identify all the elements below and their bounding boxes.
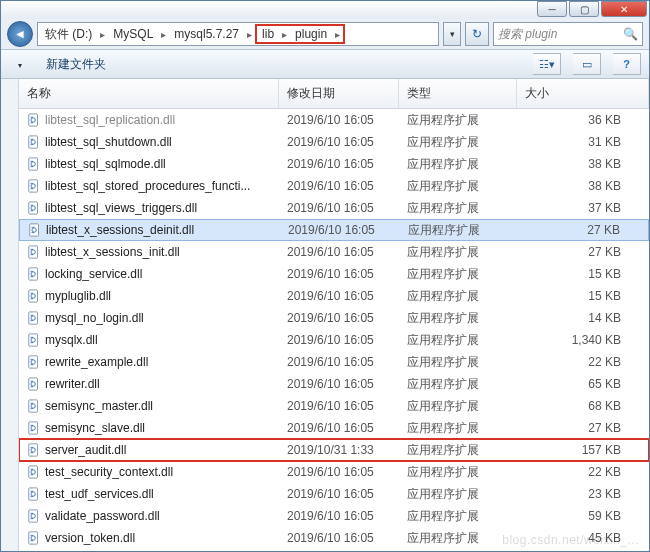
new-folder-button[interactable]: 新建文件夹 <box>40 53 112 76</box>
table-row[interactable]: test_udf_services.dll2019/6/10 16:05应用程序… <box>19 483 649 505</box>
table-row[interactable]: libtest_sql_stored_procedures_functi...2… <box>19 175 649 197</box>
table-row[interactable]: rewrite_example.dll2019/6/10 16:05应用程序扩展… <box>19 351 649 373</box>
file-list-pane: 名称 修改日期 类型 大小 libtest_sql_replication.dl… <box>19 79 649 551</box>
table-row[interactable]: semisync_master.dll2019/6/10 16:05应用程序扩展… <box>19 395 649 417</box>
table-row[interactable]: mypluglib.dll2019/6/10 16:05应用程序扩展15 KB <box>19 285 649 307</box>
dll-file-icon <box>27 157 41 171</box>
file-name: rewrite_example.dll <box>45 355 148 369</box>
col-type[interactable]: 类型 <box>399 79 517 108</box>
crumb-version[interactable]: mysql5.7.27 <box>169 23 244 45</box>
file-name-cell: semisync_master.dll <box>21 399 281 413</box>
crumb-plugin[interactable]: plugin <box>290 27 332 41</box>
svg-rect-34 <box>29 488 38 500</box>
breadcrumb[interactable]: 软件 (D:) ▸ MySQL ▸ mysql5.7.27 ▸ lib ▸ pl… <box>37 22 439 46</box>
table-row[interactable]: locking_service.dll2019/6/10 16:05应用程序扩展… <box>19 263 649 285</box>
file-date: 2019/6/10 16:05 <box>281 179 401 193</box>
file-name: libtest_sql_views_triggers.dll <box>45 201 197 215</box>
file-name-cell: rewrite_example.dll <box>21 355 281 369</box>
search-input[interactable]: 搜索 plugin 🔍 <box>493 22 643 46</box>
crumb-lib[interactable]: lib <box>257 27 279 41</box>
table-row[interactable]: rewriter.dll2019/6/10 16:05应用程序扩展65 KB <box>19 373 649 395</box>
table-row[interactable]: mysqlx.dll2019/6/10 16:05应用程序扩展1,340 KB <box>19 329 649 351</box>
file-size: 22 KB <box>519 465 649 479</box>
file-name-cell: version_token.dll <box>21 531 281 545</box>
file-size: 27 KB <box>520 223 648 237</box>
file-date: 2019/6/10 16:05 <box>281 113 401 127</box>
search-placeholder: 搜索 plugin <box>498 26 557 43</box>
file-type: 应用程序扩展 <box>401 354 519 371</box>
crumb-drive[interactable]: 软件 (D:) <box>40 23 97 45</box>
maximize-button[interactable]: ▢ <box>569 1 599 17</box>
svg-rect-36 <box>29 510 38 522</box>
close-button[interactable]: ✕ <box>601 1 647 17</box>
table-row[interactable]: test_security_context.dll2019/6/10 16:05… <box>19 461 649 483</box>
dll-file-icon <box>27 135 41 149</box>
dll-file-icon <box>27 399 41 413</box>
file-type: 应用程序扩展 <box>401 156 519 173</box>
help-button[interactable]: ? <box>613 53 641 75</box>
table-row[interactable]: semisync_slave.dll2019/6/10 16:05应用程序扩展2… <box>19 417 649 439</box>
col-name[interactable]: 名称 <box>19 79 279 108</box>
svg-rect-0 <box>29 114 38 126</box>
table-row[interactable]: server_audit.dll2019/10/31 1:33应用程序扩展157… <box>19 439 649 461</box>
refresh-button[interactable]: ↻ <box>465 22 489 46</box>
dll-file-icon <box>27 333 41 347</box>
table-row[interactable]: libtest_x_sessions_init.dll2019/6/10 16:… <box>19 241 649 263</box>
view-icon: ☷ <box>539 58 549 71</box>
file-date: 2019/6/10 16:05 <box>281 157 401 171</box>
dll-file-icon <box>27 289 41 303</box>
col-date[interactable]: 修改日期 <box>279 79 399 108</box>
file-name: test_udf_services.dll <box>45 487 154 501</box>
view-options-button[interactable]: ☷▾ <box>533 53 561 75</box>
breadcrumb-dropdown[interactable]: ▾ <box>443 22 461 46</box>
svg-rect-28 <box>29 422 38 434</box>
nav-back-button[interactable]: ◄ <box>7 21 33 47</box>
dll-file-icon <box>27 267 41 281</box>
svg-rect-20 <box>29 334 38 346</box>
svg-rect-26 <box>29 400 38 412</box>
table-row[interactable]: version_token.dll2019/6/10 16:05应用程序扩展45… <box>19 527 649 549</box>
file-name-cell: rewriter.dll <box>21 377 281 391</box>
file-date: 2019/6/10 16:05 <box>281 311 401 325</box>
svg-rect-24 <box>29 378 38 390</box>
dll-file-icon <box>27 443 41 457</box>
dll-file-icon <box>27 509 41 523</box>
table-row[interactable]: libtest_sql_shutdown.dll2019/6/10 16:05应… <box>19 131 649 153</box>
table-row[interactable]: mysql_no_login.dll2019/6/10 16:05应用程序扩展1… <box>19 307 649 329</box>
highlighted-path: lib ▸ plugin ▸ <box>255 24 345 44</box>
file-size: 45 KB <box>519 531 649 545</box>
file-name: server_audit.dll <box>45 443 126 457</box>
file-name: rewriter.dll <box>45 377 100 391</box>
file-name: libtest_sql_sqlmode.dll <box>45 157 166 171</box>
file-name: test_security_context.dll <box>45 465 173 479</box>
file-date: 2019/6/10 16:05 <box>281 245 401 259</box>
nav-pane-collapsed[interactable] <box>1 79 19 551</box>
file-name: semisync_master.dll <box>45 399 153 413</box>
col-size[interactable]: 大小 <box>517 79 649 108</box>
minimize-button[interactable]: ─ <box>537 1 567 17</box>
table-row[interactable]: libtest_sql_replication.dll2019/6/10 16:… <box>19 109 649 131</box>
file-type: 应用程序扩展 <box>401 178 519 195</box>
file-name: libtest_sql_shutdown.dll <box>45 135 172 149</box>
svg-rect-22 <box>29 356 38 368</box>
crumb-mysql[interactable]: MySQL <box>108 23 158 45</box>
file-date: 2019/6/10 16:05 <box>281 509 401 523</box>
chevron-left-icon: ◄ <box>14 27 26 41</box>
preview-pane-button[interactable]: ▭ <box>573 53 601 75</box>
file-name-cell: libtest_x_sessions_init.dll <box>21 245 281 259</box>
table-row[interactable]: libtest_sql_sqlmode.dll2019/6/10 16:05应用… <box>19 153 649 175</box>
file-name: libtest_x_sessions_init.dll <box>45 245 180 259</box>
organize-menu[interactable]: ▾ <box>9 54 28 74</box>
table-row[interactable]: validate_password.dll2019/6/10 16:05应用程序… <box>19 505 649 527</box>
table-row[interactable]: libtest_x_sessions_deinit.dll2019/6/10 1… <box>19 219 649 241</box>
svg-rect-38 <box>29 532 38 544</box>
file-date: 2019/6/10 16:05 <box>281 377 401 391</box>
dll-file-icon <box>27 487 41 501</box>
file-type: 应用程序扩展 <box>401 310 519 327</box>
svg-rect-12 <box>29 246 38 258</box>
file-date: 2019/6/10 16:05 <box>281 135 401 149</box>
table-row[interactable]: libtest_sql_views_triggers.dll2019/6/10 … <box>19 197 649 219</box>
chevron-right-icon: ▸ <box>158 29 169 40</box>
refresh-icon: ↻ <box>472 27 482 41</box>
file-size: 38 KB <box>519 179 649 193</box>
